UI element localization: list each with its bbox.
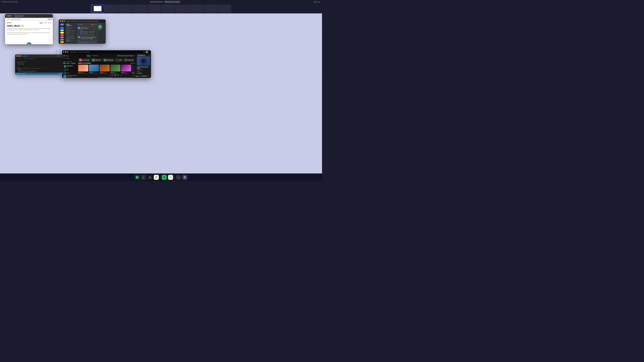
nav-search[interactable]: 🔍 Search	[63, 57, 76, 59]
dock-terminal[interactable]: $_	[141, 175, 146, 180]
channel-inside[interactable]: inside this channel beca-	[66, 33, 76, 35]
console-settings[interactable]: ⚙	[57, 55, 58, 57]
ext-icon-2[interactable]: G	[50, 18, 52, 20]
console-split[interactable]: ⊞	[59, 55, 60, 57]
library-item-melodysyrup[interactable]: Melodysyrup Artist	[63, 64, 76, 68]
filter-all[interactable]: All	[63, 63, 66, 64]
chip-cro[interactable]: CRO	[115, 58, 123, 62]
bell-icon[interactable]: 🔔	[92, 24, 93, 25]
menu-dot6[interactable]	[12, 1, 14, 2]
progress-bar[interactable]: 0:00 3:44	[98, 77, 132, 78]
server-icon-2[interactable]: S	[60, 27, 64, 29]
channel-bricked[interactable]: bricked	[66, 40, 76, 41]
members-icon[interactable]: 👥	[96, 24, 96, 25]
library-item-evil[interactable]: Evil	[63, 68, 76, 71]
server-icon-6[interactable]: P	[60, 36, 64, 38]
tab-podcasts[interactable]: Podcasts	[92, 55, 98, 57]
spotify-close-icon[interactable]: ✕	[149, 51, 150, 53]
menu-dot2[interactable]	[4, 1, 5, 2]
thumb-7[interactable]	[176, 5, 189, 13]
spotify-max[interactable]	[67, 51, 68, 53]
filter-podcasts[interactable]: Podcasts	[70, 63, 76, 64]
menu-dot5[interactable]	[10, 1, 12, 2]
nav-back[interactable]: ‹	[78, 54, 81, 57]
spotify-close[interactable]	[63, 51, 64, 53]
thumb-10[interactable]	[218, 5, 231, 13]
thumb-8[interactable]	[190, 5, 203, 13]
library-add-icon[interactable]: +	[75, 61, 76, 62]
chip-green-day[interactable]: Green Day	[124, 58, 134, 62]
dock-notes[interactable]	[154, 175, 159, 180]
rp-close-icon[interactable]: ✕	[148, 55, 149, 56]
back-button[interactable]: ‹	[6, 18, 6, 20]
dock-apps[interactable]	[182, 175, 187, 180]
dock-photos[interactable]	[168, 175, 173, 180]
menu-dot3[interactable]	[6, 1, 8, 2]
prev-button[interactable]: ⏮	[112, 74, 113, 76]
server-icon-7[interactable]: A	[60, 39, 64, 41]
server-icon-5[interactable]: R	[60, 34, 64, 36]
global-search[interactable]: 🔍 Type to search	[164, 1, 181, 3]
nav-about[interactable]: About	[48, 22, 51, 23]
daily-mix-2-card[interactable]: Daily Mix 2 Jonathan, Sector Deck and...	[89, 65, 99, 74]
nav-home[interactable]: Home	[40, 22, 43, 23]
nav-home[interactable]: 🏠 Home	[63, 55, 76, 57]
server-icon-main[interactable]: M	[60, 23, 64, 25]
channel-events[interactable]: Events	[66, 29, 76, 30]
ext-icon-1[interactable]: G	[48, 18, 50, 20]
queue-icon[interactable]: ≡	[135, 75, 136, 77]
spotify-search-icon[interactable]: 🔍	[144, 51, 145, 53]
play-pause-button[interactable]: ⏸	[114, 74, 116, 76]
chip-loved-songs[interactable]: Loved Songs	[78, 58, 90, 62]
thumb-9[interactable]	[204, 5, 217, 13]
chip-daily-mix4[interactable]: Daily Mix 4	[91, 58, 102, 62]
thumb-3[interactable]	[119, 5, 132, 13]
thumb-1[interactable]	[91, 5, 104, 13]
daily-mix-3-card[interactable]: Daily Mix 3 Michaels, trand and...	[100, 65, 110, 74]
chip-melodysyrup[interactable]: Melodysyrup	[102, 58, 114, 62]
server-icon-3[interactable]: G	[60, 29, 64, 31]
bricked-icon[interactable]: 🔷	[27, 42, 31, 44]
dock-terminal2[interactable]	[176, 175, 181, 180]
spotify-min[interactable]	[65, 51, 66, 53]
console-max[interactable]	[20, 55, 22, 57]
channel-mod[interactable]: MOD SUPER SECRET SECOND	[66, 38, 76, 40]
dock-spotify[interactable]	[162, 175, 167, 180]
shuffle-button[interactable]: ⇄	[110, 74, 111, 76]
daily-mix-5-card[interactable]: Daily Mix 5 Tendlov, Trabin a...	[121, 65, 131, 74]
daily-mix-1-card[interactable]: 🎵 Daily Mix 1 ACDC, Drownie, Linoleum Br…	[78, 65, 88, 74]
message-input[interactable]: Message #bricked	[78, 41, 97, 43]
channel-talkie[interactable]: TALKIE WALKIE	[66, 35, 76, 36]
server-icon-4[interactable]: E	[60, 32, 64, 34]
show-all-made-for[interactable]: Show all	[130, 63, 135, 64]
server-icon-8[interactable]: N	[60, 41, 64, 43]
nav-blog[interactable]: Blog	[44, 22, 46, 23]
thumb-6[interactable]	[161, 5, 175, 13]
menu-dot7[interactable]	[14, 1, 16, 2]
browser-tab[interactable]: Bricked Home	[14, 15, 24, 17]
nav-forward[interactable]: ›	[82, 54, 86, 57]
discord-min[interactable]	[62, 20, 63, 22]
dock-neovim[interactable]	[148, 175, 152, 180]
console-close[interactable]	[16, 55, 18, 57]
url-bar[interactable]: https://bricked.dev	[10, 18, 47, 20]
console-fullscreen[interactable]: ⛶	[60, 55, 62, 57]
daily-mix-4-card[interactable]: Daily Mix 4 Tombsone, Deinst...	[110, 65, 120, 74]
channel-channels-roles[interactable]: Channels & Roles	[66, 30, 76, 31]
maximize-button[interactable]	[10, 15, 12, 16]
menu-dot[interactable]	[2, 1, 3, 2]
menu-dot8[interactable]	[16, 1, 18, 2]
daily-mix-6-card[interactable]: Daily Mix 6 Allguido	[132, 65, 135, 74]
tab-music[interactable]: Music	[87, 55, 90, 57]
thumb-2[interactable]	[105, 5, 118, 13]
spotify-search[interactable]: 🔍 What do you want to play?	[116, 55, 135, 57]
channel-members[interactable]: Members	[66, 31, 76, 33]
spotify-user-avatar[interactable]: B	[146, 50, 148, 53]
member-avatar[interactable]	[98, 25, 102, 29]
thumb-4[interactable]	[133, 5, 146, 13]
dock-fastfetch[interactable]: F	[135, 175, 140, 180]
minimize-button[interactable]	[8, 15, 10, 16]
repeat-button[interactable]: ↻	[120, 74, 120, 76]
console-min[interactable]	[18, 55, 20, 57]
thumb-5[interactable]	[147, 5, 161, 13]
